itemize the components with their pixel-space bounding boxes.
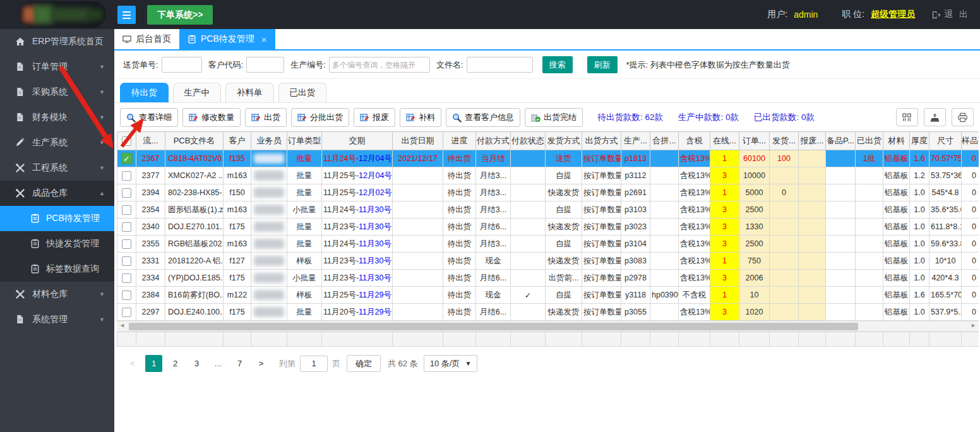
row-checkbox[interactable] (122, 273, 131, 283)
row-checkbox[interactable] (122, 205, 131, 215)
subtab-补料单[interactable]: 补料单 (225, 83, 274, 102)
cell-pay_method: 现金 (476, 287, 511, 304)
toolbar-button-修改数量[interactable]: 修改数量 (182, 108, 241, 127)
sidebar-item-工程系统[interactable]: 工程系统▼ (0, 155, 114, 181)
stat-已出货款数:: 已出货款数: 0款 (754, 112, 815, 123)
row-checkbox[interactable] (122, 291, 131, 300)
order-system-button[interactable]: 下单系统>> (147, 5, 213, 25)
table-row[interactable]: 2334(YP)DOJ.E185...f175小批量11月23号-11月30号待… (117, 270, 979, 287)
subtab-已出货[interactable]: 已出货 (278, 83, 327, 102)
table-row[interactable]: 2355RGB铝基板202...m163批量11月24号-11月30号待出货月结… (117, 236, 979, 253)
tab-label: PCB待发管理 (201, 33, 254, 45)
sidebar-item-材料仓库[interactable]: 材料仓库▼ (0, 282, 114, 307)
table-row[interactable]: 2354圆形铝基板(1).zipm163小批量11月24号-11月30号待出货月… (117, 201, 979, 219)
subtab-待出货[interactable]: 待出货 (120, 83, 169, 102)
sidebar-item-订单管理[interactable]: 订单管理▼ (0, 54, 114, 80)
columns-button[interactable] (896, 108, 918, 126)
sidebar-item-成品仓库[interactable]: 成品仓库▲ (0, 181, 114, 206)
tableedit-icon (297, 113, 307, 123)
scroll-right-arrow[interactable]: ► (971, 322, 976, 328)
cell-prod: p3103 (621, 201, 650, 219)
filter-input-4[interactable] (467, 57, 533, 73)
summary-cell (910, 332, 929, 347)
row-checkbox[interactable] (122, 256, 131, 266)
next-page-button[interactable]: > (253, 355, 270, 372)
column-header: 报废... (799, 132, 826, 150)
table-row[interactable]: 2340DOJ.E270.101...f175批量11月23号-11月30号待出… (117, 219, 979, 236)
table-row[interactable]: 2384B16前雾灯(BO...m122样板11月25号-11月29号待出货现金… (117, 287, 979, 304)
table-row[interactable]: 2394802-238-HX85-...f150批量11月25号-12月02号待… (117, 184, 979, 201)
cell-tax: 含税13% (679, 219, 710, 236)
page-button-3[interactable]: 3 (188, 355, 205, 372)
clipboard-icon (188, 35, 196, 44)
table-row[interactable]: 233120181220-A 铝...f127样板11月23号-11月30号待出… (117, 253, 979, 270)
toolbar-button-补料[interactable]: 补料 (400, 108, 441, 127)
table-row[interactable]: 2377XMCK027-A2 ...m163批量11月25号-12月04号待出货… (117, 167, 979, 184)
cell-online: 1 (710, 150, 739, 167)
menu-toggle-button[interactable] (117, 6, 136, 24)
tab-pcb-shipping[interactable]: PCB待发管理 × (179, 29, 275, 49)
logout-button[interactable]: 退 出 (931, 9, 970, 20)
cell-size: 35.6*35.6 (929, 201, 962, 219)
column-header: 发货... (770, 132, 799, 150)
sidebar-item-财务模块[interactable]: 财务模块▼ (0, 105, 114, 130)
tab-backend-home[interactable]: 后台首页 (114, 29, 179, 49)
row-checkbox[interactable] (122, 171, 131, 181)
toolbar-button-分批出货[interactable]: 分批出货 (291, 108, 349, 127)
toolbar-button-查看客户信息[interactable]: 查看客户信息 (446, 108, 520, 127)
sidebar-item-采购系统[interactable]: 采购系统▼ (0, 80, 114, 105)
sidebar-item-系统管理[interactable]: 系统管理▼ (0, 307, 114, 332)
row-checkbox[interactable] (122, 222, 131, 232)
salesman-cell (251, 150, 287, 167)
table-row[interactable]: 2297DOJ.E240.100...f175批量11月20号-11月29号待出… (117, 304, 979, 321)
filter-input-1[interactable] (162, 57, 202, 73)
scroll-left-arrow[interactable]: ◄ (119, 322, 125, 328)
summary-cell (962, 332, 979, 347)
page-button-2[interactable]: 2 (167, 355, 184, 372)
page-size-select[interactable]: 10 条/页 ▼ (424, 355, 478, 372)
row-checkbox[interactable]: ✓ (121, 153, 133, 164)
sidebar-item-PCB待发管理[interactable]: PCB待发管理 (0, 206, 114, 231)
filter-input-3[interactable] (329, 57, 430, 73)
toolbar-button-出货[interactable]: 出货 (245, 108, 287, 127)
print-button[interactable] (952, 108, 974, 126)
toolbar-button-出货完结[interactable]: 出货完结 (525, 108, 583, 127)
table-row[interactable]: ✓2367C818-4AT02V0...f135批量11月24号-12月04号2… (117, 150, 979, 167)
page-button-7[interactable]: 7 (231, 355, 248, 372)
refresh-button[interactable]: 刷新 (587, 56, 618, 73)
row-checkbox[interactable] (122, 239, 131, 249)
filter-input-2[interactable] (246, 57, 284, 73)
file-icon (15, 112, 25, 123)
cell-order_qty: 1330 (739, 219, 770, 236)
cell-scrap (799, 219, 826, 236)
role-value[interactable]: 超级管理员 (871, 9, 915, 20)
toolbar-button-查看详细[interactable]: 查看详细 (120, 108, 178, 127)
export-button[interactable] (924, 108, 946, 126)
column-header: 付款方式 (476, 132, 511, 150)
confirm-page-button[interactable]: 确定 (347, 355, 381, 372)
file-icon (15, 315, 25, 325)
close-icon[interactable]: × (261, 34, 267, 45)
sidebar-item-快捷发货管理[interactable]: 快捷发货管理 (0, 231, 114, 256)
button-label: 查看详细 (139, 112, 172, 123)
sidebar-item-标签数据查询[interactable]: 标签数据查询 (0, 256, 114, 282)
page-button-1[interactable]: 1 (145, 355, 162, 372)
goto-page-input[interactable] (300, 356, 328, 372)
select-all-checkbox[interactable] (122, 136, 131, 146)
logout-icon (931, 10, 941, 20)
sidebar-item-生产系统[interactable]: 生产系统▼ (0, 130, 114, 155)
user-value: admin (794, 9, 818, 20)
row-checkbox[interactable] (122, 188, 131, 198)
company-logo (19, 1, 106, 28)
row-checkbox[interactable] (122, 308, 131, 317)
prev-page-button[interactable]: < (124, 355, 141, 372)
cell-sample_fee: 0 (962, 184, 979, 201)
toolbar-button-报废[interactable]: 报废 (354, 108, 395, 127)
cell-id: 2355 (136, 236, 165, 253)
scrollbar-thumb[interactable] (129, 323, 858, 330)
sidebar-item-ERP管理系统首页[interactable]: ERP管理系统首页 (0, 29, 114, 54)
redacted-text (254, 171, 284, 181)
search-button[interactable]: 搜索 (542, 56, 573, 73)
cell-ship_date (393, 304, 443, 321)
subtab-生产中[interactable]: 生产中 (173, 83, 222, 102)
